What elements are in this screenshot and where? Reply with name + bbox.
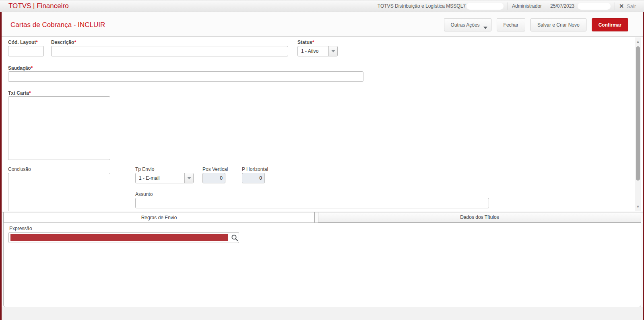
chevron-down-icon	[483, 27, 487, 29]
bottom-strip	[2, 307, 643, 320]
expressao-highlight-bar	[10, 234, 228, 241]
cod-layout-input[interactable]	[8, 46, 44, 56]
environment-info: TOTVS Distribuição e Logística MSSQL7	[374, 2, 508, 10]
descricao-input[interactable]	[51, 46, 288, 56]
conclusao-label: Conclusão	[8, 166, 31, 172]
logout-button[interactable]: ✕ Sair	[615, 2, 640, 10]
header-right-section: TOTVS Distribuição e Logística MSSQL7 Ad…	[374, 0, 644, 12]
tab-regras-de-envio[interactable]: Regras de Envio	[3, 212, 315, 223]
save-and-create-new-button[interactable]: Salvar e Criar Novo	[530, 18, 586, 31]
expressao-field[interactable]	[8, 232, 239, 243]
user-info: Administrador	[508, 2, 546, 10]
status-label: Status*	[297, 39, 314, 45]
totvs-app-window: TOTVS | Financeiro TOTVS Distribuição e …	[0, 0, 644, 320]
logout-label: Sair	[627, 3, 636, 9]
close-x-icon: ✕	[619, 3, 624, 9]
environment-label: TOTVS Distribuição e Logística MSSQL7	[378, 3, 466, 9]
tp-envio-label: Tp Envio	[135, 166, 154, 172]
environment-redacted-pill	[466, 3, 504, 10]
page-title: Cartas de Cobrança - INCLUIR	[10, 21, 105, 29]
dropdown-arrow-icon	[187, 177, 191, 179]
assunto-label: Assunto	[135, 191, 153, 197]
dropdown-arrow-icon	[331, 50, 335, 52]
status-dropdown-button[interactable]	[328, 46, 337, 56]
p-horizontal-label: P Horizontal	[242, 166, 268, 172]
tab-content-panel: Expressão	[3, 222, 641, 307]
status-selected-value: 1 - Ativo	[298, 46, 328, 56]
vertical-scrollbar[interactable]: ▲ ▼	[635, 37, 641, 211]
user-name-label: Administrador	[512, 3, 542, 9]
other-actions-label: Outras Ações	[451, 22, 480, 28]
conclusao-textarea[interactable]	[8, 173, 110, 211]
expressao-label: Expressão	[9, 226, 32, 231]
close-button[interactable]: Fechar	[497, 18, 525, 31]
app-brand-title: TOTVS | Financeiro	[0, 2, 69, 10]
p-horizontal-input[interactable]	[242, 173, 265, 183]
saudacao-label: Saudação*	[8, 65, 33, 71]
top-header-bar: TOTVS | Financeiro TOTVS Distribuição e …	[0, 0, 644, 12]
current-date-label: 25/07/2023	[550, 3, 574, 9]
content-frame: Cartas de Cobrança - INCLUIR Outras Açõe…	[0, 12, 644, 320]
tab-dados-dos-titulos[interactable]: Dados dos Títulos	[318, 212, 641, 222]
descricao-label: Descrição*	[51, 39, 76, 45]
other-actions-button[interactable]: Outras Ações	[444, 18, 491, 31]
confirm-button[interactable]: Confirmar	[592, 18, 628, 31]
assunto-input[interactable]	[135, 198, 489, 208]
tp-envio-dropdown-button[interactable]	[184, 173, 193, 183]
saudacao-input[interactable]	[8, 71, 363, 82]
date-redacted-pill	[578, 3, 611, 10]
txt-carta-textarea[interactable]	[8, 96, 110, 160]
date-info: 25/07/2023	[546, 2, 615, 10]
tab-bar: Regras de Envio Dados dos Títulos	[2, 212, 643, 222]
tp-envio-dropdown[interactable]: 1 - E-mail	[135, 173, 194, 183]
action-button-row: Outras Ações Fechar Salvar e Criar Novo …	[439, 18, 628, 31]
scrollbar-up-arrow-icon[interactable]: ▲	[635, 38, 641, 45]
search-icon[interactable]	[231, 234, 238, 241]
page-toolbar: Cartas de Cobrança - INCLUIR Outras Açõe…	[2, 12, 643, 36]
status-dropdown[interactable]: 1 - Ativo	[297, 46, 338, 56]
form-panel: Cód. Layout* Descrição* Status* 1 - Ativ…	[2, 36, 643, 211]
scrollbar-down-arrow-icon[interactable]: ▼	[635, 204, 641, 210]
cod-layout-label: Cód. Layout*	[8, 39, 38, 45]
pos-vertical-label: Pos Vertical	[202, 166, 228, 172]
tp-envio-selected-value: 1 - E-mail	[136, 173, 184, 183]
txt-carta-label: Txt Carta*	[8, 90, 31, 96]
pos-vertical-input[interactable]	[202, 173, 225, 183]
scrollbar-thumb[interactable]	[636, 46, 640, 181]
